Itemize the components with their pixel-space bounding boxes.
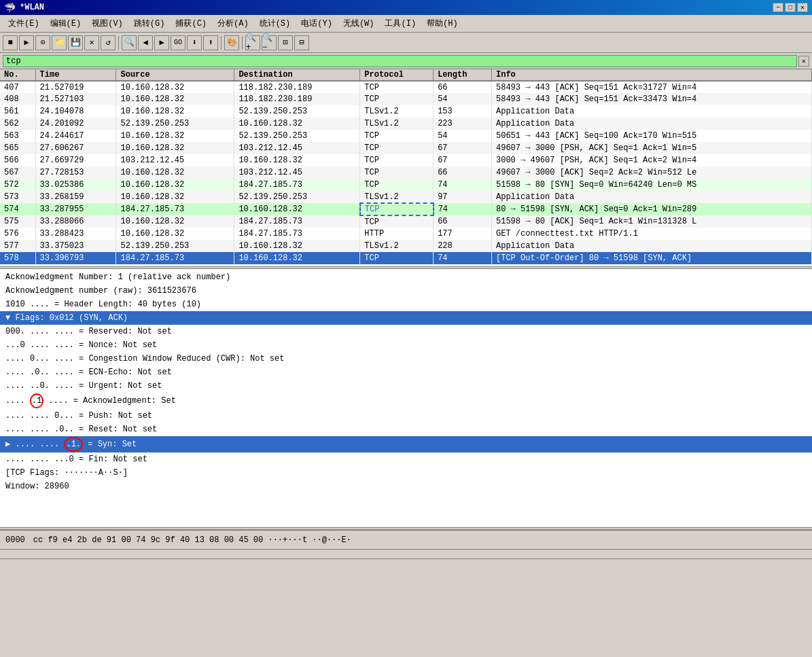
col-header-source[interactable]: Source (116, 69, 234, 81)
title-bar-controls: − □ ✕ (773, 3, 808, 12)
menu-item-v[interactable]: 视图(V) (86, 16, 128, 31)
table-row[interactable]: 57333.26815910.160.128.3252.139.250.253T… (0, 191, 812, 203)
window-title: *WLAN (20, 3, 44, 12)
filter-close-btn[interactable]: ✕ (798, 56, 809, 67)
cell-source: 10.160.128.32 (116, 93, 234, 105)
maximize-button[interactable]: □ (785, 3, 796, 12)
toolbar-zoom-full-btn[interactable]: ⊟ (294, 35, 309, 50)
table-row[interactable]: 40721.52701910.160.128.32118.182.230.189… (0, 81, 812, 93)
detail-pane[interactable]: Acknowledgment Number: 1 (relative ack n… (0, 269, 812, 527)
cell-length: 74 (434, 203, 492, 215)
toolbar-zoom-out-btn[interactable]: 🔍− (262, 35, 277, 50)
table-row[interactable]: 56124.10407810.160.128.3252.139.250.253T… (0, 105, 812, 118)
toolbar-go-btn[interactable]: GO (171, 35, 186, 50)
cell-length: 66 (434, 166, 492, 179)
filter-input[interactable] (3, 55, 797, 67)
menu-item-s[interactable]: 统计(S) (254, 16, 296, 31)
toolbar-capture-btn[interactable]: ⊙ (35, 35, 50, 50)
cell-no: 574 (0, 203, 35, 215)
menu-item-e[interactable]: 文件(E) (3, 16, 45, 31)
cell-no: 565 (0, 142, 35, 154)
menu-item-w[interactable]: 无线(W) (338, 16, 380, 31)
col-header-protocol[interactable]: Protocol (360, 69, 434, 81)
cell-time: 33.287955 (35, 203, 116, 215)
menu-item-a[interactable]: 分析(A) (212, 16, 254, 31)
toolbar-find-btn[interactable]: 🔍 (122, 35, 137, 50)
detail-line: .... .0.. .... = ECN-Echo: Not set (0, 366, 812, 379)
cell-info: Application Data (492, 105, 812, 118)
table-row[interactable]: 56627.669729103.212.12.4510.160.128.32TC… (0, 154, 812, 166)
toolbar-zoom-in-btn[interactable]: 🔍+ (245, 35, 260, 50)
table-row[interactable]: 56224.20109252.139.250.25310.160.128.32T… (0, 118, 812, 130)
table-row[interactable]: 57533.28806610.160.128.32184.27.185.73TC… (0, 215, 812, 228)
menu-item-c[interactable]: 捕获(C) (170, 16, 212, 31)
cell-protocol: HTTP (360, 228, 434, 240)
toolbar-up-btn[interactable]: ⬆ (203, 35, 218, 50)
cell-protocol: TLSv1.2 (360, 118, 434, 130)
col-header-info[interactable]: Info (492, 69, 812, 81)
minimize-button[interactable]: − (773, 3, 783, 12)
cell-protocol: TCP (360, 166, 434, 179)
toolbar-back-btn[interactable]: ◀ (138, 35, 153, 50)
menu-item-y[interactable]: 电话(Y) (296, 16, 338, 31)
cell-source: 10.160.128.32 (116, 142, 234, 154)
table-row[interactable]: 56324.24461710.160.128.3252.139.250.253T… (0, 130, 812, 142)
menu-item-h[interactable]: 帮助(H) (421, 16, 463, 31)
cell-info: Application Data (492, 191, 812, 203)
toolbar-save-btn[interactable]: 💾 (68, 35, 83, 50)
cell-time: 33.375023 (35, 240, 116, 252)
cell-destination: 103.212.12.45 (234, 166, 360, 179)
toolbar-fwd-btn[interactable]: ▶ (154, 35, 169, 50)
cell-source: 10.160.128.32 (116, 166, 234, 179)
col-header-time[interactable]: Time (35, 69, 116, 81)
cell-destination: 10.160.128.32 (234, 240, 360, 252)
toolbar-close-btn[interactable]: ✕ (84, 35, 99, 50)
packet-table: No.TimeSourceDestinationProtocolLengthIn… (0, 69, 812, 264)
table-row[interactable]: 57733.37502352.139.250.25310.160.128.32T… (0, 240, 812, 252)
cell-source: 52.139.250.253 (116, 118, 234, 130)
table-row[interactable]: 57433.287955184.27.185.7310.160.128.32TC… (0, 203, 812, 215)
cell-no: 577 (0, 240, 35, 252)
col-header-length[interactable]: Length (434, 69, 492, 81)
menu-item-i[interactable]: 工具(I) (379, 16, 421, 31)
cell-source: 103.212.12.45 (116, 154, 234, 166)
col-header-no[interactable]: No. (0, 69, 35, 81)
table-row[interactable]: 57633.28842310.160.128.32184.27.185.73HT… (0, 228, 812, 240)
cell-time: 21.527019 (35, 81, 116, 93)
title-bar: 🦈 *WLAN − □ ✕ (0, 0, 812, 15)
cell-protocol: TLSv1.2 (360, 191, 434, 203)
cell-source: 52.139.250.253 (116, 240, 234, 252)
detail-line: .... .1 .... = Acknowledgment: Set (0, 393, 812, 409)
detail-line[interactable]: ▼ Flags: 0x012 (SYN, ACK) (0, 311, 812, 325)
menu-item-e[interactable]: 编辑(E) (45, 16, 87, 31)
hex-offset: 0000 (3, 535, 28, 546)
cell-info: 50651 → 443 [ACK] Seq=100 Ack=170 Win=51… (492, 130, 812, 142)
close-button[interactable]: ✕ (797, 3, 808, 12)
table-row[interactable]: 56527.60626710.160.128.32103.212.12.45TC… (0, 142, 812, 154)
packet-list[interactable]: No.TimeSourceDestinationProtocolLengthIn… (0, 69, 812, 266)
menu-item-g[interactable]: 跳转(G) (128, 16, 171, 31)
toolbar-dn-btn[interactable]: ⬇ (187, 35, 202, 50)
cell-source: 10.160.128.32 (116, 179, 234, 191)
detail-line: [TCP Flags: ·······A··S·] (0, 466, 812, 480)
detail-line: .... .... 0... = Push: Not set (0, 409, 812, 423)
cell-info: 49607 → 3000 [ACK] Seq=2 Ack=2 Win=512 L… (492, 166, 812, 179)
cell-length: 54 (434, 93, 492, 105)
table-row[interactable]: 57233.02538610.160.128.32184.27.185.73TC… (0, 179, 812, 191)
toolbar-stop-btn[interactable]: ■ (3, 35, 18, 50)
toolbar-sep-3 (242, 36, 243, 50)
toolbar-reload-btn[interactable]: ↺ (101, 35, 116, 50)
toolbar-open-btn[interactable]: 📁 (52, 35, 67, 50)
table-row[interactable]: 56727.72815310.160.128.32103.212.12.45TC… (0, 166, 812, 179)
cell-length: 228 (434, 240, 492, 252)
col-header-destination[interactable]: Destination (234, 69, 360, 81)
toolbar-restart-btn[interactable]: ▶ (19, 35, 34, 50)
table-row[interactable]: 40821.52710310.160.128.32118.182.230.189… (0, 93, 812, 105)
title-bar-left: 🦈 *WLAN (4, 2, 44, 14)
toolbar-zoom-fit-btn[interactable]: ⊡ (278, 35, 293, 50)
toolbar-coloring-btn[interactable]: 🎨 (224, 35, 239, 50)
cell-no: 578 (0, 252, 35, 264)
detail-line[interactable]: ▶ .... .... .1. = Syn: Set (0, 436, 812, 452)
table-row[interactable]: 57833.396793184.27.185.7310.160.128.32TC… (0, 252, 812, 264)
h-scroll-area[interactable] (0, 549, 812, 558)
